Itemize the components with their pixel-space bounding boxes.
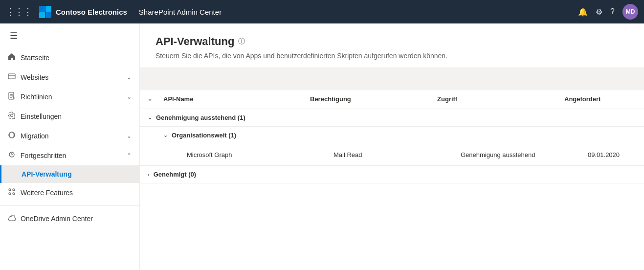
sidebar-item-label-richtlinien: Richtlinien: [21, 93, 122, 101]
home-icon: [8, 53, 16, 63]
topbar-actions: 🔔 ⚙ ? MD: [578, 4, 638, 20]
table-toolbar: [140, 68, 644, 90]
svg-point-13: [9, 189, 11, 191]
svg-point-16: [13, 193, 15, 195]
advanced-icon: [8, 151, 16, 160]
sidebar-item-label-onedrive: OneDrive Admin Center: [21, 215, 132, 223]
group-row-pending[interactable]: ⌄ Genehmigung ausstehend (1): [140, 109, 644, 127]
header-checkbox-cell: ⌄: [140, 93, 159, 105]
gear-icon: [8, 112, 16, 121]
sidebar: ☰ Startseite Websites ⌄ Richtlinien ⌄: [0, 23, 140, 270]
sidebar-item-label-weitere-features: Weitere Features: [21, 189, 132, 197]
migration-icon: [8, 131, 16, 141]
content-area: API-Verwaltung ⓘ Steuern Sie die APIs, d…: [140, 23, 644, 270]
richtlinien-icon: [8, 92, 16, 102]
title-row: API-Verwaltung ⓘ: [155, 35, 628, 48]
chevron-up-icon: ⌃: [127, 152, 132, 159]
sidebar-item-label-einstellungen: Einstellungen: [21, 112, 132, 120]
page-subtitle: Steuern Sie die APIs, die von Apps und b…: [155, 52, 628, 60]
chevron-down-icon: ⌄: [127, 133, 132, 139]
svg-rect-2: [39, 12, 45, 18]
help-question-icon[interactable]: ?: [610, 7, 615, 16]
header-api-name: API-Name: [159, 93, 306, 105]
svg-rect-3: [45, 12, 51, 18]
sub-group-label-org: Organisationsweit (1): [172, 132, 236, 139]
group-label-pending: Genehmigung ausstehend (1): [156, 114, 245, 121]
app-logo: Contoso Electronics: [38, 5, 127, 19]
sidebar-item-migration[interactable]: Migration ⌄: [0, 126, 139, 146]
sidebar-item-einstellungen[interactable]: Einstellungen: [0, 107, 139, 126]
grid-icon[interactable]: ⋮⋮⋮: [6, 6, 32, 17]
sidebar-item-fortgeschritten[interactable]: Fortgeschritten ⌃: [0, 146, 139, 165]
api-table: ⌄ API-Name Berechtigung Zugriff Angeford…: [140, 68, 644, 183]
hamburger-icon: ☰: [10, 31, 18, 41]
sidebar-toggle-button[interactable]: ☰: [0, 23, 139, 48]
sidebar-item-richtlinien[interactable]: Richtlinien ⌄: [0, 87, 139, 107]
sidebar-item-onedrive[interactable]: OneDrive Admin Center: [0, 209, 139, 228]
group-row-approved[interactable]: › Genehmigt (0): [140, 166, 644, 183]
topbar: ⋮⋮⋮ Contoso Electronics SharePoint Admin…: [0, 0, 644, 23]
data-cell-access: Genehmigung ausstehend: [457, 146, 584, 163]
sidebar-item-label-migration: Migration: [21, 132, 122, 140]
sidebar-item-startseite[interactable]: Startseite: [0, 48, 139, 68]
sidebar-item-label-api-verwaltung: API-Verwaltung: [8, 170, 132, 178]
main-layout: ☰ Startseite Websites ⌄ Richtlinien ⌄: [0, 23, 644, 270]
header-chevron-icon: ⌄: [148, 96, 152, 102]
sidebar-item-label-websites: Websites: [21, 73, 122, 81]
content-header: API-Verwaltung ⓘ Steuern Sie die APIs, d…: [140, 23, 644, 68]
svg-rect-4: [8, 74, 15, 79]
chevron-down-icon: ⌄: [127, 74, 132, 81]
header-berechtigung: Berechtigung: [306, 93, 433, 105]
chevron-right-icon: ›: [148, 172, 150, 178]
settings-gear-icon[interactable]: ⚙: [596, 7, 602, 17]
data-cell-empty: [140, 150, 183, 160]
svg-rect-0: [39, 6, 45, 12]
data-cell-api-name: Microsoft Graph: [183, 146, 330, 163]
table-row: Microsoft Graph Mail.Read Genehmigung au…: [140, 144, 644, 166]
svg-point-14: [13, 189, 15, 191]
data-cell-permission: Mail.Read: [330, 146, 457, 163]
sidebar-item-api-verwaltung[interactable]: API-Verwaltung: [0, 165, 139, 183]
chevron-down-icon: ⌄: [163, 132, 168, 138]
onedrive-icon: [8, 214, 16, 224]
sub-group-row-org[interactable]: ⌄ Organisationsweit (1): [140, 127, 644, 144]
table-header-row: ⌄ API-Name Berechtigung Zugriff Angeford…: [140, 90, 644, 109]
help-circle-icon[interactable]: ⓘ: [238, 37, 245, 46]
header-angefordert: Angefordert: [560, 93, 644, 105]
sidebar-item-websites[interactable]: Websites ⌄: [0, 68, 139, 87]
features-icon: [8, 188, 16, 198]
group-label-approved: Genehmigt (0): [154, 171, 196, 178]
chevron-down-icon: ⌄: [127, 93, 132, 100]
user-avatar[interactable]: MD: [622, 4, 638, 20]
topbar-logo-text: Contoso Electronics: [56, 8, 127, 16]
notification-bell-icon[interactable]: 🔔: [578, 7, 588, 17]
sidebar-item-weitere-features[interactable]: Weitere Features: [0, 183, 139, 202]
sidebar-divider: [0, 205, 139, 206]
sidebar-item-label-startseite: Startseite: [21, 54, 132, 62]
websites-icon: [8, 72, 16, 82]
data-cell-requested: 09.01.2020: [584, 146, 644, 163]
sidebar-item-label-fortgeschritten: Fortgeschritten: [21, 152, 122, 159]
header-zugriff: Zugriff: [433, 93, 560, 105]
svg-point-15: [9, 193, 11, 195]
page-title: API-Verwaltung: [155, 35, 234, 48]
svg-rect-1: [45, 6, 51, 12]
chevron-down-icon: ⌄: [148, 114, 152, 121]
contoso-logo-icon: [38, 5, 52, 19]
topbar-app-title: SharePoint Admin Center: [139, 8, 578, 16]
